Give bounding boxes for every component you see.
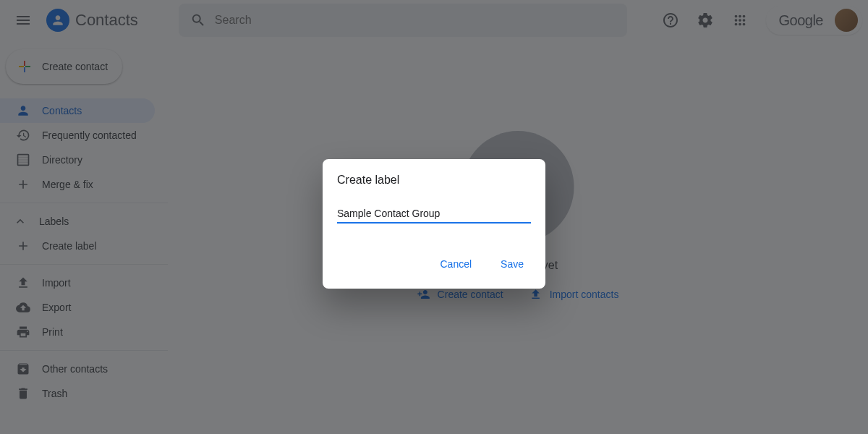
label-name-input[interactable]: [337, 208, 531, 224]
save-button[interactable]: Save: [493, 252, 531, 276]
dialog-title: Create label: [337, 174, 531, 187]
cancel-button[interactable]: Cancel: [433, 252, 479, 276]
create-label-dialog: Create label Cancel Save: [323, 159, 545, 289]
